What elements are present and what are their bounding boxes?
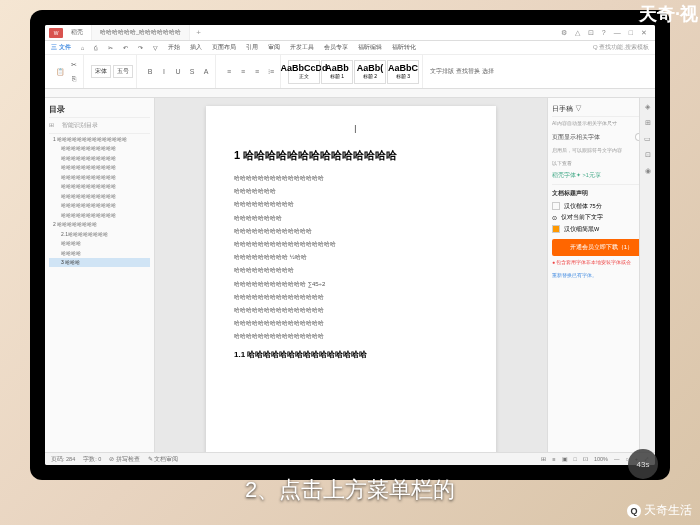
copy-button[interactable]: ⎘ [68, 72, 80, 84]
menu-insert[interactable]: 插入 [190, 43, 202, 52]
menu-cut-icon[interactable]: ✂ [108, 44, 113, 51]
view-icon[interactable]: ⊡ [583, 456, 588, 462]
strip-icon[interactable]: ⊞ [643, 118, 653, 128]
menu-foxit-edit[interactable]: 福昕编辑 [358, 43, 382, 52]
outline-item[interactable]: 哈哈哈哈哈哈哈哈哈哈哈 [49, 201, 150, 211]
strip-icon[interactable]: ▭ [643, 134, 653, 144]
align-left-button[interactable]: ≡ [223, 66, 235, 78]
style-h3[interactable]: AaBbC标题 3 [387, 60, 419, 84]
menu-file[interactable]: 三 文件 [51, 43, 71, 52]
size-select[interactable]: 五号 [113, 65, 133, 78]
view-icon[interactable]: ⊞ [541, 456, 546, 462]
style-normal[interactable]: AaBbCcDd正文 [288, 60, 320, 84]
select-button[interactable]: 选择 [482, 66, 494, 78]
warning-link[interactable]: 重新替换已有字体。 [552, 269, 651, 282]
outline-item[interactable]: 3 哈哈哈 [49, 258, 150, 268]
outline-tab-smart[interactable]: 智能识别目录 [62, 121, 98, 130]
wps-logo[interactable]: W [49, 28, 63, 38]
menu-layout[interactable]: 页面布局 [212, 43, 236, 52]
ruler[interactable] [45, 89, 655, 98]
menu-redo-icon[interactable]: ↷ [138, 44, 143, 51]
outline-item[interactable]: 1 哈哈哈哈哈哈哈哈哈哈哈哈哈哈 [49, 134, 150, 144]
status-words[interactable]: 字数: 0 [83, 456, 101, 463]
strip-icon[interactable]: ⊡ [643, 150, 653, 160]
style-h2[interactable]: AaBb(标题 2 [354, 60, 386, 84]
align-right-button[interactable]: ≡ [251, 66, 263, 78]
outline-item[interactable]: 哈哈哈哈 [49, 248, 150, 258]
text-layout-button[interactable]: 文字排版 [430, 66, 454, 78]
help-icon[interactable]: ? [602, 29, 606, 37]
outline-item[interactable]: 哈哈哈哈哈哈哈哈哈哈哈 [49, 144, 150, 154]
outline-item[interactable]: 哈哈哈哈哈哈哈哈哈哈哈 [49, 163, 150, 173]
strip-icon[interactable]: ◈ [643, 102, 653, 112]
panel-title-text[interactable]: 日手稿 ▽ [552, 104, 582, 114]
close-icon[interactable]: ✕ [641, 29, 647, 37]
outline-item[interactable]: 哈哈哈哈哈哈哈哈哈哈哈 [49, 182, 150, 192]
minimize-icon[interactable]: — [614, 29, 621, 37]
strike-button[interactable]: S [186, 66, 198, 78]
warning-text: ● 包含套用字体非本地安装字体或会 [552, 256, 651, 269]
paste-button[interactable]: 📋 [54, 66, 66, 78]
monitor-frame: W 稻壳 哈哈哈哈哈哈_哈哈哈哈哈哈哈 + ⚙ △ ⊡ ? — □ ✕ 三 文件… [30, 10, 670, 480]
view-icon[interactable]: ▣ [562, 456, 568, 462]
download-button[interactable]: 开通会员立即下载（1） [552, 239, 651, 256]
menu-devtools[interactable]: 开发工具 [290, 43, 314, 52]
tab-home[interactable]: 稻壳 [63, 25, 92, 40]
outline-item[interactable]: 哈哈哈哈哈哈哈哈哈哈哈 [49, 172, 150, 182]
radio-icon[interactable]: ⊙ [552, 215, 557, 221]
style-swatch-orange[interactable] [552, 225, 560, 233]
outline-item[interactable]: 2.1哈哈哈哈哈哈哈哈 [49, 229, 150, 239]
status-spell[interactable]: ⊘ 拼写检查 [109, 456, 140, 463]
status-page[interactable]: 页码: 284 [51, 456, 75, 463]
underline-button[interactable]: U [172, 66, 184, 78]
strip-icon[interactable]: ◉ [643, 166, 653, 176]
font-select[interactable]: 宋体 [91, 65, 111, 78]
outline-item[interactable]: 哈哈哈哈哈哈哈哈哈哈哈 [49, 210, 150, 220]
cut-button[interactable]: ✂ [68, 59, 80, 71]
zoom-out-icon[interactable]: — [614, 456, 620, 462]
outline-title: 目录 [49, 102, 150, 118]
panel-opt1-label: 页面显示相关字体 [552, 134, 600, 141]
outline-item[interactable]: 哈哈哈哈哈哈哈哈哈哈哈 [49, 191, 150, 201]
outline-item[interactable]: 2 哈哈哈哈哈哈哈哈 [49, 220, 150, 230]
style-h1[interactable]: AaBb标题 1 [321, 60, 353, 84]
style-swatch[interactable] [552, 202, 560, 210]
menu-search[interactable]: Q 查找功能,搜索模板 [593, 43, 649, 52]
maximize-icon[interactable]: □ [629, 29, 633, 37]
find-replace-button[interactable]: 查找替换 [456, 66, 480, 78]
menu-review[interactable]: 审阅 [268, 43, 280, 52]
paragraph: 哈哈哈哈哈哈哈哈哈哈 [234, 265, 468, 275]
menu-undo-icon[interactable]: ↶ [123, 44, 128, 51]
right-strip: ◈ ⊞ ▭ ⊡ ◉ [639, 98, 655, 452]
menu-member[interactable]: 会员专享 [324, 43, 348, 52]
italic-button[interactable]: I [158, 66, 170, 78]
font-style-3[interactable]: 汉仪细简黑W [564, 226, 599, 233]
menu-print-icon[interactable]: ⎙ [94, 45, 98, 51]
view-icon[interactable]: ≡ [552, 456, 555, 462]
document-area[interactable]: I 1 哈哈哈哈哈哈哈哈哈哈哈哈哈哈 哈哈哈哈哈哈哈哈哈哈哈哈哈哈哈 哈哈哈哈哈… [155, 98, 547, 452]
menu-start[interactable]: 开始 [168, 43, 180, 52]
menu-foxit-convert[interactable]: 福昕转化 [392, 43, 416, 52]
menu-home-icon[interactable]: ⌂ [81, 45, 85, 51]
outline-item[interactable]: 哈哈哈哈 [49, 239, 150, 249]
bold-button[interactable]: B [144, 66, 156, 78]
notify-icon[interactable]: △ [575, 29, 580, 37]
color-button[interactable]: A [200, 66, 212, 78]
outline-tab-icon[interactable]: ⊞ [49, 121, 54, 130]
page[interactable]: I 1 哈哈哈哈哈哈哈哈哈哈哈哈哈哈 哈哈哈哈哈哈哈哈哈哈哈哈哈哈哈 哈哈哈哈哈… [206, 106, 496, 452]
outline-item[interactable]: 哈哈哈哈哈哈哈哈哈哈哈 [49, 153, 150, 163]
menu-reference[interactable]: 引用 [246, 43, 258, 52]
font-style-1[interactable]: 汉仪楷体 75分 [564, 203, 602, 210]
skin-icon[interactable]: ⊡ [588, 29, 594, 37]
align-center-button[interactable]: ≡ [237, 66, 249, 78]
zoom-level[interactable]: 100% [594, 456, 608, 462]
tab-document[interactable]: 哈哈哈哈哈哈_哈哈哈哈哈哈哈 [92, 25, 190, 40]
tab-add[interactable]: + [190, 28, 207, 37]
list-button[interactable]: ⁝≡ [265, 66, 277, 78]
settings-icon[interactable]: ⚙ [561, 29, 567, 37]
view-icon[interactable]: □ [574, 456, 577, 462]
menu-dropdown-icon[interactable]: ▽ [153, 44, 158, 51]
panel-link[interactable]: 稻壳字体✦ >1元享 [552, 170, 651, 181]
paragraph: 哈哈哈哈哈哈哈哈哈哈哈哈哈哈哈 [234, 305, 468, 315]
status-mode[interactable]: ✎ 文档审阅 [148, 456, 179, 463]
